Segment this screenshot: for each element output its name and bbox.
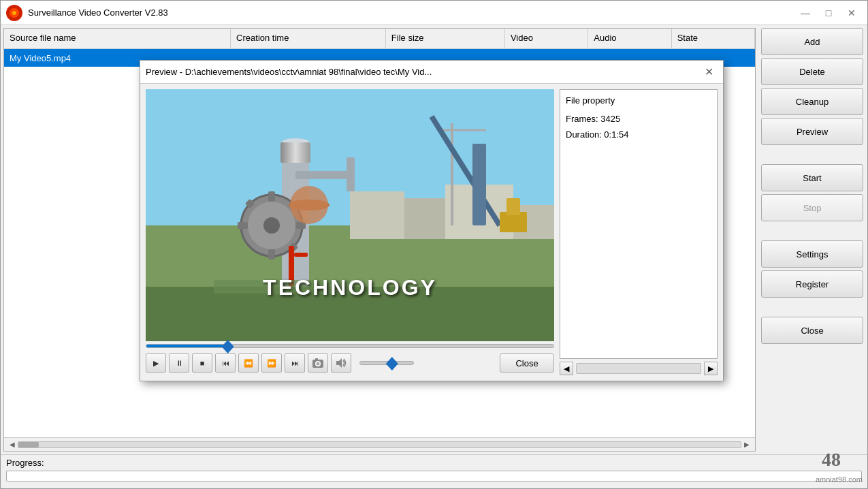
- volume-track[interactable]: [359, 361, 414, 365]
- right-panel: Add Delete Cleanup Preview Start Stop Se…: [758, 25, 867, 454]
- rewind-button[interactable]: ⏪: [238, 353, 259, 373]
- props-scroll-track[interactable]: [576, 363, 701, 374]
- preview-title: Preview - D:\achievements\videos\cctv\am…: [146, 67, 700, 77]
- maximize-button[interactable]: □: [818, 5, 839, 21]
- register-button[interactable]: Register: [761, 270, 863, 298]
- play-button[interactable]: ▶: [146, 353, 166, 373]
- camera-icon: [312, 357, 324, 369]
- video-frame: TECHNOLOGY: [146, 89, 554, 341]
- svg-rect-17: [268, 191, 275, 202]
- preview-dialog: Preview - D:\achievements\videos\cctv\am…: [140, 60, 724, 381]
- svg-rect-32: [294, 253, 308, 257]
- snapshot-button[interactable]: [308, 353, 328, 373]
- svg-rect-18: [268, 249, 275, 259]
- cleanup-button[interactable]: Cleanup: [761, 88, 863, 115]
- preview-button[interactable]: Preview: [761, 118, 863, 145]
- scrollbar-track[interactable]: [18, 441, 741, 448]
- svg-point-37: [317, 362, 320, 366]
- volume-thumb[interactable]: [386, 357, 398, 370]
- svg-rect-30: [507, 198, 520, 215]
- seek-bar-area[interactable]: [146, 341, 554, 351]
- pause-button[interactable]: ⏸: [169, 353, 189, 373]
- col-header-video: Video: [505, 29, 588, 48]
- video-scene: TECHNOLOGY: [146, 89, 554, 341]
- props-scrollbar: ◀ ▶: [560, 362, 718, 375]
- svg-point-16: [263, 217, 280, 234]
- app-title: Surveillance Video Converter V2.83: [28, 7, 795, 18]
- spacer-3: [761, 300, 865, 314]
- watermark-icon: 48: [822, 447, 863, 471]
- speaker-icon: [335, 357, 347, 369]
- col-header-state: State: [672, 29, 755, 48]
- app-logo: [6, 5, 22, 21]
- progress-area: Progress:: [1, 454, 867, 488]
- props-scroll-left[interactable]: ◀: [560, 362, 573, 375]
- col-header-name: Source file name: [4, 29, 231, 48]
- properties-box: File property Frames: 3425 Duration: 0:1…: [560, 89, 718, 359]
- col-header-audio: Audio: [588, 29, 671, 48]
- scroll-left-arrow[interactable]: ◀: [7, 439, 18, 450]
- spacer-1: [761, 148, 865, 161]
- close-preview-button[interactable]: Close: [500, 353, 554, 373]
- svg-rect-38: [315, 358, 318, 360]
- next-button[interactable]: ⏭: [285, 353, 305, 373]
- file-scrollbar[interactable]: ◀ ▶: [4, 437, 755, 451]
- settings-button[interactable]: Settings: [761, 240, 863, 268]
- technology-watermark: TECHNOLOGY: [263, 275, 437, 300]
- watermark-logo: 48: [822, 447, 863, 475]
- close-button[interactable]: Close: [761, 317, 863, 344]
- file-table-header: Source file name Creation time File size…: [4, 29, 755, 49]
- file-properties-panel: File property Frames: 3425 Duration: 0:1…: [560, 89, 718, 375]
- scroll-right-arrow[interactable]: ▶: [741, 439, 752, 450]
- preview-title-bar: Preview - D:\achievements\videos\cctv\am…: [140, 61, 723, 84]
- title-bar: Surveillance Video Converter V2.83 — □ ✕: [1, 1, 867, 25]
- svg-rect-24: [347, 157, 355, 191]
- preview-body: TECHNOLOGY ▶ ⏸ ■ ⏮ ⏪ ⏩ ⏭: [140, 84, 723, 381]
- svg-text:48: 48: [822, 449, 841, 470]
- window-controls: — □ ✕: [795, 5, 862, 21]
- stop-button[interactable]: Stop: [761, 194, 863, 221]
- properties-title: File property: [566, 95, 711, 106]
- scene-svg: [146, 89, 554, 341]
- props-scroll-right[interactable]: ▶: [704, 362, 718, 375]
- watermark: 48 amniat98.com: [816, 447, 863, 484]
- video-area: TECHNOLOGY ▶ ⏸ ■ ⏮ ⏪ ⏩ ⏭: [146, 89, 554, 375]
- seek-bar-track[interactable]: [146, 344, 554, 348]
- spacer-2: [761, 224, 865, 238]
- frames-label: Frames: 3425: [566, 111, 711, 127]
- col-header-time: Creation time: [231, 29, 386, 48]
- close-window-button[interactable]: ✕: [841, 5, 862, 21]
- minimize-button[interactable]: —: [795, 5, 816, 21]
- duration-label: Duration: 0:1:54: [566, 127, 711, 142]
- svg-rect-6: [404, 198, 445, 239]
- player-controls: ▶ ⏸ ■ ⏮ ⏪ ⏩ ⏭: [146, 351, 554, 375]
- svg-rect-28: [472, 144, 486, 225]
- progress-bar: [6, 471, 862, 482]
- svg-point-2: [12, 11, 16, 15]
- preview-close-button[interactable]: ✕: [700, 63, 718, 81]
- delete-button[interactable]: Delete: [761, 58, 863, 85]
- col-header-size: File size: [386, 29, 505, 48]
- watermark-url: amniat98.com: [816, 475, 863, 484]
- volume-button[interactable]: [331, 353, 351, 373]
- prev-button[interactable]: ⏮: [215, 353, 236, 373]
- svg-rect-19: [238, 222, 248, 229]
- add-button[interactable]: Add: [761, 28, 863, 55]
- start-button[interactable]: Start: [761, 164, 863, 191]
- seek-bar-fill: [146, 345, 228, 347]
- scrollbar-thumb: [18, 442, 39, 447]
- progress-label: Progress:: [6, 458, 862, 468]
- stop-button[interactable]: ■: [192, 353, 212, 373]
- svg-rect-13: [280, 142, 310, 163]
- svg-marker-39: [336, 358, 342, 368]
- volume-area: [359, 361, 414, 365]
- svg-rect-5: [350, 191, 404, 239]
- svg-point-26: [290, 186, 328, 224]
- forward-button[interactable]: ⏩: [261, 353, 282, 373]
- svg-rect-23: [295, 171, 350, 179]
